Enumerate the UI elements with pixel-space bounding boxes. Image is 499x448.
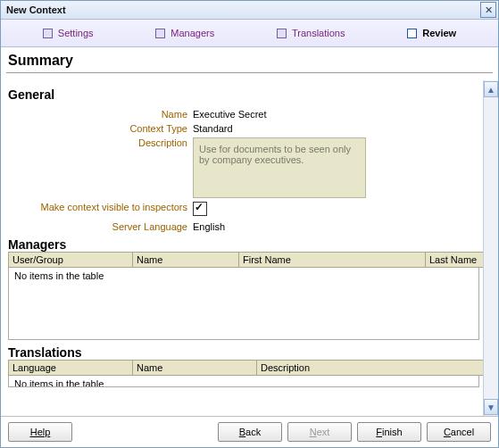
value-server-language: English <box>193 220 225 232</box>
value-visible <box>193 200 207 218</box>
vertical-scrollbar[interactable]: ▲ ▼ <box>483 80 498 416</box>
step-review[interactable]: Review <box>407 28 456 38</box>
col-user-group[interactable]: User/Group <box>9 253 133 268</box>
managers-empty: No items in the table <box>11 270 477 282</box>
step-translations[interactable]: Translations <box>277 28 345 38</box>
label-description: Description <box>4 136 193 148</box>
description-box: Use for documents to be seen only by com… <box>193 137 366 198</box>
translations-table: Language Name Description <box>8 360 483 376</box>
back-button[interactable]: Back <box>218 422 282 442</box>
step-label: Settings <box>58 28 94 38</box>
square-icon <box>155 29 165 38</box>
col-last-name[interactable]: Last Name <box>426 253 484 268</box>
value-name: Executive Secret <box>193 107 267 120</box>
table-header-row: Language Name Description <box>9 361 484 376</box>
cancel-button[interactable]: Cancel <box>427 422 491 442</box>
step-label: Translations <box>292 28 345 38</box>
scroll-up-icon[interactable]: ▲ <box>484 81 498 97</box>
translations-table-body: No items in the table <box>8 376 479 387</box>
col-name[interactable]: Name <box>133 253 239 268</box>
next-button: Next <box>287 422 352 442</box>
table-header-row: User/Group Name First Name Last Name <box>9 253 484 268</box>
row-name: Name Executive Secret <box>4 107 483 120</box>
general-heading: General <box>8 87 479 102</box>
close-icon[interactable]: ✕ <box>480 2 496 18</box>
managers-table-body: No items in the table <box>8 268 479 340</box>
translations-empty: No items in the table <box>11 377 477 387</box>
col-first-name[interactable]: First Name <box>239 253 426 268</box>
label-visible: Make context visible to inspectors <box>4 200 193 212</box>
step-label: Managers <box>170 28 214 38</box>
row-description: Description Use for documents to be seen… <box>4 136 483 198</box>
titlebar: New Context ✕ <box>1 1 498 20</box>
step-managers[interactable]: Managers <box>155 28 214 38</box>
value-context-type: Standard <box>193 121 233 134</box>
col-description[interactable]: Description <box>257 361 484 376</box>
step-label: Review <box>422 28 456 38</box>
scroll-area: General Name Executive Secret Context Ty… <box>1 80 483 416</box>
new-context-window: New Context ✕ Settings Managers Translat… <box>0 0 499 448</box>
scroll-down-icon[interactable]: ▼ <box>484 399 498 415</box>
square-icon <box>407 29 417 38</box>
label-server-language: Server Language <box>4 220 193 232</box>
col-name[interactable]: Name <box>133 361 257 376</box>
step-settings[interactable]: Settings <box>43 28 94 38</box>
window-title: New Context <box>6 4 66 15</box>
finish-button[interactable]: Finish <box>357 422 421 442</box>
content-area: General Name Executive Secret Context Ty… <box>1 80 498 416</box>
summary-heading: Summary <box>1 47 498 72</box>
value-description: Use for documents to be seen only by com… <box>193 136 366 198</box>
row-context-type: Context Type Standard <box>4 121 483 134</box>
wizard-steps: Settings Managers Translations Review <box>1 20 498 47</box>
help-button[interactable]: Help <box>8 422 72 442</box>
managers-heading: Managers <box>8 237 479 252</box>
col-language[interactable]: Language <box>9 361 133 376</box>
button-bar: Help Back Next Finish Cancel <box>1 416 498 447</box>
label-name: Name <box>4 107 193 120</box>
label-context-type: Context Type <box>4 121 193 134</box>
managers-table: User/Group Name First Name Last Name <box>8 252 483 268</box>
row-visible: Make context visible to inspectors <box>4 200 483 218</box>
checkbox-visible[interactable] <box>193 202 207 216</box>
divider <box>6 72 493 73</box>
row-server-language: Server Language English <box>4 220 483 232</box>
square-icon <box>43 29 53 38</box>
square-icon <box>277 29 287 38</box>
translations-heading: Translations <box>8 345 479 360</box>
